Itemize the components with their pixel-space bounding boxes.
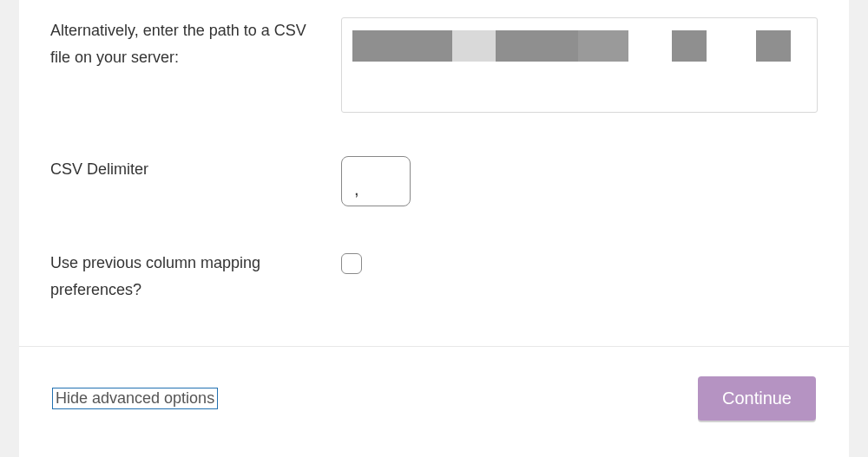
redaction-block: [578, 30, 628, 62]
redaction-gap: [628, 30, 672, 62]
redaction-gap: [707, 30, 756, 62]
mapping-checkbox[interactable]: [341, 253, 362, 274]
toggle-advanced-link[interactable]: Hide advanced options: [52, 388, 218, 409]
import-panel: Alternatively, enter the path to a CSV f…: [19, 0, 849, 457]
csv-path-input[interactable]: [341, 17, 818, 113]
redaction-block: [452, 30, 496, 62]
row-mapping: Use previous column mapping preferences?: [50, 224, 818, 346]
redaction-block: [756, 30, 791, 62]
redaction-block: [672, 30, 707, 62]
delimiter-input[interactable]: [341, 156, 411, 206]
redaction-block: [352, 30, 452, 62]
footer: Hide advanced options Continue: [19, 347, 849, 454]
mapping-control: [341, 250, 818, 277]
continue-button[interactable]: Continue: [698, 376, 816, 421]
form-section: Alternatively, enter the path to a CSV f…: [19, 0, 849, 346]
redaction-block: [496, 30, 578, 62]
delimiter-control: [341, 156, 818, 206]
mapping-label: Use previous column mapping preferences?: [50, 250, 341, 303]
csv-path-label: Alternatively, enter the path to a CSV f…: [50, 17, 341, 70]
redacted-path: [352, 30, 806, 62]
row-csv-path: Alternatively, enter the path to a CSV f…: [50, 0, 818, 130]
csv-path-control: [341, 17, 818, 113]
delimiter-label: CSV Delimiter: [50, 156, 341, 183]
row-delimiter: CSV Delimiter: [50, 130, 818, 224]
